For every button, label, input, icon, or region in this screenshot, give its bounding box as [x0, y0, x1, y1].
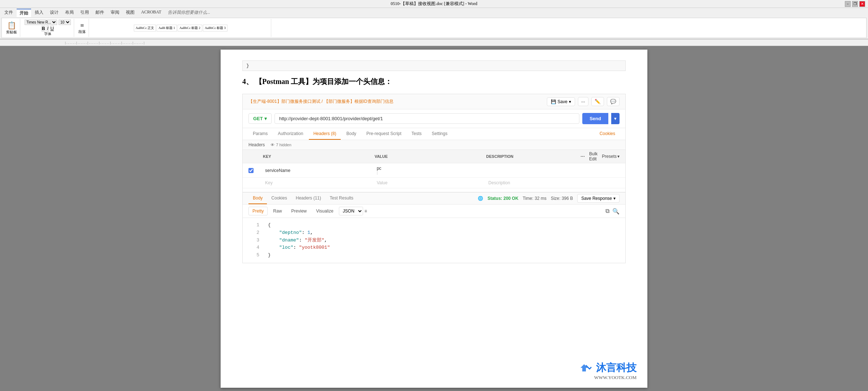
empty-value-cell[interactable]: Value	[375, 179, 486, 186]
tab-tell-me[interactable]: 告诉我你想要做什么...	[165, 9, 213, 17]
code-block-top: }	[242, 60, 626, 71]
font-family-select[interactable]: Times New R...	[25, 20, 57, 25]
table-row: serviceName pc |	[243, 163, 625, 178]
method-selector[interactable]: GET ▾	[248, 113, 272, 124]
style-heading3[interactable]: AaBbCc 标题 3	[203, 25, 227, 31]
bold-button[interactable]: B	[42, 26, 46, 31]
response-status-bar: 🌐 Status: 200 OK Time: 32 ms Size: 396 B…	[478, 194, 620, 203]
response-tabs-bar: Body Cookies Headers (11) Test Results 🌐…	[243, 193, 625, 205]
json-line-1: 1 {	[248, 222, 620, 229]
tab-layout[interactable]: 布局	[62, 9, 77, 17]
json-format-select[interactable]: JSON	[339, 207, 363, 215]
tab-pre-request[interactable]: Pre-request Script	[362, 128, 406, 140]
tab-references[interactable]: 引用	[77, 9, 92, 17]
style-heading2[interactable]: AaBbCc 标题 2	[178, 25, 202, 31]
status-badge: Status: 200 OK	[488, 196, 518, 201]
eye-icon: 👁	[271, 143, 275, 147]
headers-label: Headers	[248, 142, 265, 147]
format-raw[interactable]: Raw	[269, 207, 286, 215]
tab-acrobat[interactable]: ACROBAT	[138, 9, 164, 17]
response-toolbar: Pretty Raw Preview Visualize JSON ≡ ⧉ 🔍	[243, 205, 625, 218]
resp-tab-test-results[interactable]: Test Results	[326, 193, 358, 204]
more-options-button[interactable]: ···	[578, 97, 588, 106]
send-dropdown-button[interactable]: ▾	[611, 113, 620, 124]
response-actions: ⧉ 🔍	[605, 208, 620, 215]
format-preview[interactable]: Preview	[287, 207, 311, 215]
tab-tests[interactable]: Tests	[407, 128, 426, 140]
save-button[interactable]: 💾 Save ▾	[547, 97, 575, 106]
row-checkbox-cell	[248, 168, 263, 173]
save-response-button[interactable]: Save Response ▾	[577, 194, 620, 203]
ribbon-content: 📋 剪贴板 Times New R... 10 B I U 字体 ≡ 段落 Aa…	[1, 18, 867, 38]
tab-mail[interactable]: 邮件	[93, 9, 107, 17]
style-heading1[interactable]: AaBl 标题 1	[157, 25, 177, 31]
tab-view[interactable]: 视图	[123, 9, 137, 17]
value-cell[interactable]: pc |	[375, 165, 486, 176]
method-label: GET	[253, 116, 263, 121]
font-size-select[interactable]: 10	[59, 20, 71, 25]
postman-breadcrumb: 【生产端-8001】部门微服务接口测试 / 【部门微服务】根据ID查询部门信息 …	[243, 94, 625, 109]
json-response-content: 1 { 2 "deptno": 1, 3 "dname": "开发部", 4	[243, 218, 625, 263]
tab-review[interactable]: 审阅	[108, 9, 122, 17]
tab-settings[interactable]: Settings	[427, 128, 452, 140]
breadcrumb-actions: 💾 Save ▾ ··· ✏️ 💬	[547, 97, 620, 106]
window-controls[interactable]: － ❐ ✕	[845, 1, 865, 7]
ribbon-tabs: 文件 开始 插入 设计 布局 引用 邮件 审阅 视图 ACROBAT 告诉我你想…	[1, 9, 867, 17]
tab-params[interactable]: Params	[248, 128, 272, 140]
window-title: 0510-【草稿】接收视图.doc [兼容模式] - Word	[391, 1, 477, 7]
tab-authorization[interactable]: Authorization	[273, 128, 307, 140]
table-header-row: KEY VALUE DESCRIPTION ⋯ Bulk Edit Preset…	[243, 150, 625, 163]
tab-file[interactable]: 文件	[1, 9, 16, 17]
comment-button[interactable]: 💬	[607, 97, 620, 106]
search-icon[interactable]: 🔍	[612, 208, 620, 215]
bulk-edit-button[interactable]: Bulk Edit	[589, 151, 597, 161]
request-bar: GET ▾ Send ▾	[243, 109, 625, 128]
format-visualize[interactable]: Visualize	[312, 207, 337, 215]
italic-button[interactable]: I	[47, 26, 48, 31]
tab-headers[interactable]: Headers (8)	[309, 128, 340, 140]
font-group: Times New R... 10 B I U 字体	[22, 19, 74, 37]
resp-tab-body[interactable]: Body	[248, 193, 267, 204]
underline-button[interactable]: U	[50, 26, 54, 31]
json-line-2: 2 "deptno": 1,	[248, 229, 620, 237]
hidden-count: 👁 7 hidden	[271, 143, 291, 147]
minimize-button[interactable]: －	[845, 1, 851, 7]
close-button[interactable]: ✕	[859, 1, 865, 7]
empty-key-cell[interactable]: Key	[263, 179, 375, 186]
breadcrumb-path: 【生产端-8001】部门微服务接口测试 / 【部门微服务】根据ID查询部门信息	[248, 98, 393, 105]
row-checkbox[interactable]	[248, 168, 254, 173]
description-cell	[486, 169, 598, 172]
wrap-icon[interactable]: ≡	[365, 209, 367, 214]
dots-icon: ⋯	[580, 154, 585, 159]
restore-button[interactable]: ❐	[852, 1, 858, 7]
table-row-empty: Key Value Description	[243, 178, 625, 188]
tab-home[interactable]: 开始	[17, 9, 31, 17]
tab-design[interactable]: 设计	[47, 9, 61, 17]
styles-group: AaBbCc 正文 AaBl 标题 1 AaBbCc 标题 2 AaBbCc 标…	[90, 19, 271, 37]
logo-icon	[579, 362, 593, 373]
format-pretty[interactable]: Pretty	[248, 207, 268, 215]
copy-icon[interactable]: ⧉	[605, 208, 609, 215]
edit-button[interactable]: ✏️	[591, 97, 604, 106]
save-dropdown-icon: ▾	[569, 99, 571, 104]
globe-icon: 🌐	[478, 196, 483, 201]
watermark: 沐言科技 WWW.YOOTK.COM	[579, 361, 637, 381]
value-column-header: VALUE	[375, 154, 486, 159]
json-line-5: 5 }	[248, 252, 620, 259]
clipboard-group: 📋 剪贴板	[3, 19, 20, 37]
tab-body[interactable]: Body	[342, 128, 361, 140]
presets-button[interactable]: Presets ▾	[602, 154, 620, 159]
method-dropdown-icon: ▾	[264, 116, 267, 121]
tab-insert[interactable]: 插入	[32, 9, 46, 17]
send-button[interactable]: Send	[582, 113, 608, 124]
key-cell[interactable]: serviceName	[263, 167, 375, 174]
cookies-link[interactable]: Cookies	[595, 128, 620, 140]
style-normal[interactable]: AaBbCc 正文	[134, 25, 156, 31]
json-line-4: 4 "loc": "yootk8001"	[248, 244, 620, 252]
resp-tab-cookies[interactable]: Cookies	[267, 193, 291, 204]
url-input[interactable]	[275, 113, 579, 124]
resp-tab-headers[interactable]: Headers (11)	[292, 193, 326, 204]
save-icon: 💾	[551, 99, 556, 104]
empty-description-cell[interactable]: Description	[486, 179, 598, 186]
document-area: } 4、 【Postman 工具】为项目添加一个头信息： 【生产端-8001】部…	[0, 46, 868, 391]
